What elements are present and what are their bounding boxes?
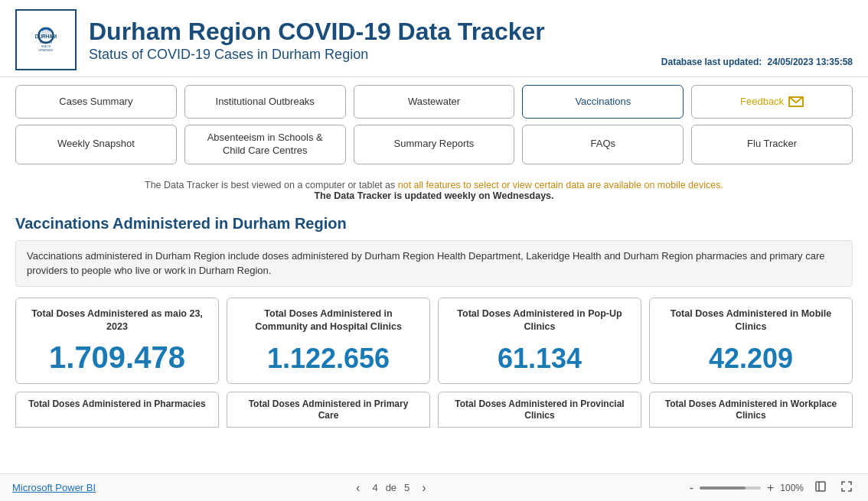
zoom-slider-fill [700, 486, 746, 490]
footer-right: - + 100% [687, 479, 856, 497]
nav-weekly-snapshot[interactable]: Weekly Snapshot [15, 125, 177, 164]
footer-pagination: ‹ 4 de 5 › [351, 480, 431, 496]
notice-bar: The Data Tracker is best viewed on a com… [0, 175, 868, 206]
stat-card-0: Total Doses Administered as maio 23, 202… [15, 298, 219, 384]
logo: DURHAM REGION HEALTH DEPARTMENT [15, 9, 77, 70]
fullscreen-button[interactable] [837, 479, 856, 497]
next-page-button[interactable]: › [417, 480, 430, 496]
stat-card-3: Total Doses Administered in Mobile Clini… [649, 298, 853, 384]
stat-card-bottom-3: Total Doses Administered in Workplace Cl… [649, 392, 853, 428]
stat-value-3: 42.209 [709, 343, 793, 374]
svg-text:HEALTH: HEALTH [41, 45, 51, 48]
svg-text:DEPARTMENT: DEPARTMENT [38, 49, 53, 52]
power-bi-link[interactable]: Microsoft Power BI [12, 482, 96, 493]
footer: Microsoft Power BI ‹ 4 de 5 › - + 100% [0, 473, 868, 501]
nav-absenteeism[interactable]: Absenteeism in Schools & Child Care Cent… [184, 125, 346, 164]
stat-value-1: 1.122.656 [267, 343, 390, 374]
stat-value-0: 1.709.478 [49, 340, 185, 374]
nav-wastewater[interactable]: Wastewater [354, 85, 515, 119]
db-updated: Database last updated: 24/05/2023 13:35:… [661, 57, 853, 70]
fit-page-button[interactable] [811, 479, 830, 497]
stat-card-1: Total Doses Administered in Community an… [227, 298, 430, 384]
stats-grid-bottom: Total Doses Administered in Pharmacies T… [15, 392, 853, 428]
envelope-icon [788, 96, 804, 107]
nav-cases-summary[interactable]: Cases Summary [15, 85, 177, 119]
stat-title-1: Total Doses Administered in Community an… [238, 307, 419, 334]
stat-card-2: Total Doses Administered in Pop-Up Clini… [438, 298, 641, 384]
zoom-slider[interactable] [700, 486, 761, 490]
nav-row-2: Weekly Snapshot Absenteeism in Schools &… [15, 125, 853, 164]
nav-row-1: Cases Summary Institutional Outbreaks Wa… [15, 85, 853, 119]
page-total: 5 [404, 482, 410, 493]
feedback-label: Feedback [740, 96, 784, 109]
stat-card-bottom-0: Total Doses Administered in Pharmacies [15, 392, 219, 428]
stat-title-2: Total Doses Administered in Pop-Up Clini… [449, 307, 630, 334]
db-label: Database last updated: [661, 57, 762, 67]
nav-flu-tracker[interactable]: Flu Tracker [691, 125, 853, 164]
stat-bottom-title-0: Total Doses Administered in Pharmacies [27, 399, 207, 411]
notice-line1-highlight: not all features to select or view certa… [398, 180, 723, 190]
zoom-label: 100% [780, 483, 804, 493]
nav-feedback[interactable]: Feedback [691, 85, 853, 119]
notice-line1-before: The Data Tracker is best viewed on a com… [145, 180, 398, 190]
header-titles: Durham Region COVID-19 Data Tracker Stat… [89, 17, 661, 62]
stat-title-0: Total Doses Administered as maio 23, 202… [27, 307, 207, 334]
stat-card-bottom-2: Total Doses Administered in Provincial C… [438, 392, 641, 428]
zoom-control: - + 100% [687, 481, 804, 495]
main-title: Durham Region COVID-19 Data Tracker [89, 17, 661, 46]
logo-svg: DURHAM REGION HEALTH DEPARTMENT [31, 24, 61, 55]
zoom-out-button[interactable]: - [687, 481, 697, 495]
stat-bottom-title-3: Total Doses Administered in Workplace Cl… [661, 399, 841, 422]
stat-card-bottom-1: Total Doses Administered in Primary Care [227, 392, 430, 428]
svg-rect-5 [816, 482, 825, 491]
nav-faqs[interactable]: FAQs [522, 125, 684, 164]
page-de-label: de [386, 482, 396, 493]
page-current: 4 [372, 482, 377, 493]
nav-vaccinations[interactable]: Vaccinations [522, 85, 684, 119]
stat-title-3: Total Doses Administered in Mobile Clini… [661, 307, 841, 334]
header: DURHAM REGION HEALTH DEPARTMENT Durham R… [0, 0, 868, 77]
navigation: Cases Summary Institutional Outbreaks Wa… [0, 77, 868, 175]
section-description: Vaccinations administered in Durham Regi… [15, 240, 853, 287]
stat-bottom-title-1: Total Doses Administered in Primary Care [238, 399, 419, 422]
nav-institutional-outbreaks[interactable]: Institutional Outbreaks [184, 85, 346, 119]
main-content: Vaccinations Administered in Durham Regi… [0, 206, 868, 435]
stat-value-2: 61.134 [498, 343, 582, 374]
notice-line2: The Data Tracker is updated weekly on We… [314, 190, 553, 201]
section-title: Vaccinations Administered in Durham Regi… [15, 215, 853, 233]
subtitle: Status of COVID-19 Cases in Durham Regio… [89, 47, 661, 63]
stats-grid-main: Total Doses Administered as maio 23, 202… [15, 298, 853, 384]
db-timestamp: 24/05/2023 13:35:58 [768, 57, 853, 67]
svg-text:DURHAM: DURHAM [35, 34, 57, 39]
svg-text:REGION: REGION [40, 41, 52, 44]
prev-page-button[interactable]: ‹ [351, 480, 364, 496]
nav-summary-reports[interactable]: Summary Reports [354, 125, 515, 164]
stat-bottom-title-2: Total Doses Administered in Provincial C… [449, 399, 630, 422]
zoom-in-button[interactable]: + [764, 481, 777, 495]
